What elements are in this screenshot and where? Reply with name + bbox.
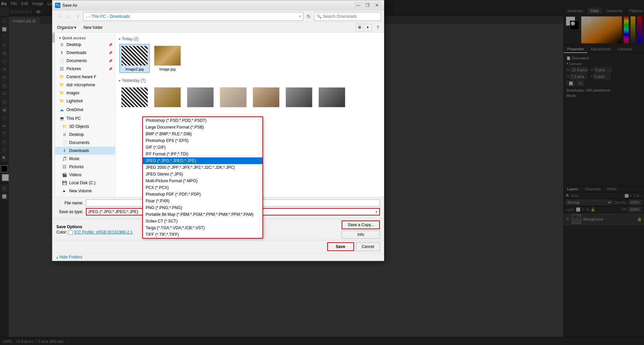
- format-item-tiff[interactable]: TIFF (*.TIF;*.TIFF): [143, 231, 262, 238]
- format-item-tga[interactable]: Targa (*.TGA;*.VDA;*.ICB;*.VST): [143, 225, 262, 231]
- sidebar-music-label: Music: [69, 156, 80, 161]
- nav-back-btn[interactable]: ◁: [55, 12, 63, 20]
- desktop-icon: 🖥: [59, 42, 64, 47]
- sidebar-item-new-volume[interactable]: ▸ New Volume: [55, 187, 115, 195]
- sidebar-item-onedrive[interactable]: ☁ OneDrive: [55, 106, 115, 114]
- breadcrumb-this-pc[interactable]: This PC: [92, 14, 106, 19]
- sidebar-3d-label: 3D Objects: [69, 124, 89, 129]
- sidebar-downloads-qa-label: Downloads: [66, 50, 86, 55]
- sidebar-item-content-aware[interactable]: 📁 Content Aware F: [55, 73, 115, 81]
- filename-label: File name:: [56, 201, 83, 205]
- sidebar-onedrive-label: OneDrive: [66, 107, 84, 112]
- sidebar-item-images[interactable]: 📁 images: [55, 89, 115, 97]
- file-item-y4[interactable]: [218, 86, 248, 110]
- images-folder-icon: 📁: [59, 90, 64, 96]
- dialog-close-btn[interactable]: ✕: [373, 2, 381, 9]
- view-icons-btn[interactable]: ⊞: [355, 24, 363, 31]
- music-icon: 🎵: [62, 156, 67, 161]
- format-item-bmp[interactable]: BMP (*.BMP;*.RLE;*.DIB): [143, 131, 262, 137]
- format-item-jpeg[interactable]: JPEG (*.JPG;*.JPEG;*.JPE): [143, 157, 262, 164]
- refresh-btn[interactable]: ↻: [305, 12, 313, 20]
- format-item-psd[interactable]: Photoshop (*.PSD;*.PDD;*.PSDT): [143, 117, 262, 124]
- sidebar-scrollbar[interactable]: [52, 33, 55, 197]
- view-controls: ⊞ ▾: [355, 24, 372, 31]
- format-item-gif[interactable]: GIF (*.GIF): [143, 144, 262, 151]
- nav-forward-btn[interactable]: ▷: [64, 12, 72, 20]
- file-item-y1[interactable]: [119, 86, 150, 110]
- yesterday-group-header[interactable]: Yesterday (7): [118, 77, 381, 84]
- file-item-y3[interactable]: [185, 86, 215, 110]
- format-item-jpeg2000[interactable]: JPEG 2000 (*.JPF;*.JPX;*.JP2;*.J2C;*.J2K…: [143, 164, 262, 171]
- format-item-iff[interactable]: IFF Format (*.IFF;*.TDI): [143, 151, 262, 157]
- sidebar-local-disk-label: Local Disk (C:): [69, 181, 96, 185]
- sidebar-item-desktop-qa[interactable]: 🖥 Desktop 📌: [55, 41, 115, 49]
- dialog-maximize-btn[interactable]: ❐: [363, 2, 372, 9]
- onedrive-icon: ☁: [59, 107, 64, 112]
- sidebar-item-dslr[interactable]: 📁 dslr microphone: [55, 81, 115, 89]
- format-item-eps[interactable]: Photoshop EPS (*.EPS): [143, 137, 262, 144]
- sidebar-item-lightshot[interactable]: 📁 Lightshot: [55, 97, 115, 105]
- format-item-png[interactable]: PNG (*.PNG;*.PNG): [143, 204, 262, 211]
- info-btn[interactable]: Info: [342, 231, 380, 239]
- format-item-pcx[interactable]: PCX (*.PCX): [143, 184, 262, 191]
- sidebar-item-videos[interactable]: 🎬 Videos: [55, 171, 115, 179]
- format-item-sct[interactable]: Scitex CT (*.SCT): [143, 218, 262, 225]
- today-files: Image2.jpg Image.jpg: [118, 43, 381, 74]
- help-btn[interactable]: ?: [375, 24, 381, 31]
- cancel-btn[interactable]: Cancel: [356, 242, 380, 251]
- file-name-image: Image.jpg: [159, 67, 176, 71]
- search-input[interactable]: [323, 14, 373, 19]
- format-item-pdf[interactable]: Photoshop PDF (*.PDF;*.PDP): [143, 191, 262, 198]
- file-thumb-image: [154, 46, 181, 66]
- icc-checkbox[interactable]: [68, 230, 73, 235]
- search-bar: 🔍: [314, 12, 381, 21]
- scrollbar-thumb: [52, 33, 55, 43]
- icc-link[interactable]: ICC Profile: sRGB IEC61966-2.1: [74, 230, 133, 235]
- color-option: Color: ICC Profile: sRGB IEC61966-2.1: [56, 230, 133, 235]
- save-btn[interactable]: Save: [327, 242, 354, 251]
- sidebar-item-music[interactable]: 🎵 Music: [55, 155, 115, 163]
- format-dropdown-list: Photoshop (*.PSD;*.PDD;*.PSDT) Large Doc…: [142, 116, 263, 239]
- sidebar-item-local-disk[interactable]: 💾 Local Disk (C:): [55, 179, 115, 187]
- dialog-sidebar: Quick access 🖥 Desktop 📌 ⬇ Downloads 📌 📄…: [55, 33, 115, 197]
- sidebar-item-3d-objects[interactable]: 📁 3D Objects: [55, 122, 115, 131]
- file-item-y6[interactable]: [284, 86, 314, 110]
- save-copy-btn[interactable]: Save a Copy...: [342, 220, 380, 229]
- sidebar-item-this-pc[interactable]: 💻 This PC: [55, 114, 115, 122]
- hide-folders-bar[interactable]: Hide Folders: [52, 253, 384, 261]
- sidebar-item-downloads-qa[interactable]: ⬇ Downloads 📌: [55, 49, 115, 57]
- breadcrumb-downloads[interactable]: Downloads: [110, 14, 130, 19]
- view-dropdown-btn[interactable]: ▾: [364, 24, 372, 31]
- sidebar-item-docs-qa[interactable]: 📄 Documents 📌: [55, 57, 115, 65]
- format-item-psb[interactable]: Large Document Format (*.PSB): [143, 124, 262, 131]
- today-group-header[interactable]: Today (2): [118, 35, 381, 43]
- file-item-y2[interactable]: [152, 86, 183, 110]
- file-item-y5[interactable]: [251, 86, 281, 110]
- organize-btn[interactable]: Organize ▾: [55, 24, 78, 31]
- format-item-jpeg-stereo[interactable]: JPEG Stereo (*.JPS): [143, 171, 262, 178]
- dialog-minimize-btn[interactable]: —: [354, 2, 362, 9]
- sidebar-item-pictures-pc[interactable]: 🖼 Pictures: [55, 163, 115, 171]
- sidebar-item-pics-qa[interactable]: 🖼 Pictures 📌: [55, 65, 115, 73]
- new-folder-btn[interactable]: New folder: [81, 24, 105, 31]
- breadcrumb-dropdown-arrow[interactable]: ▾: [299, 14, 301, 18]
- sidebar-item-desktop-pc[interactable]: 🖥 Desktop: [55, 131, 115, 139]
- today-label: Today (2): [122, 37, 139, 41]
- file-item-image[interactable]: Image.jpg: [152, 44, 183, 73]
- pics-pin: 📌: [108, 67, 112, 71]
- quick-access-header[interactable]: Quick access: [55, 34, 115, 41]
- breadcrumb-sep-2: ›: [107, 14, 108, 19]
- footer-buttons: Save Cancel: [52, 240, 384, 253]
- file-item-y7[interactable]: [317, 86, 347, 110]
- sidebar-item-docs-pc[interactable]: 📄 Documents: [55, 139, 115, 147]
- format-item-mpo[interactable]: Multi-Picture Format (*.MPO): [143, 178, 262, 184]
- nav-up-btn[interactable]: ↑: [74, 12, 82, 20]
- file-thumb-y3: [187, 87, 214, 107]
- video-icon: 🎬: [62, 172, 67, 178]
- sidebar-item-downloads-pc[interactable]: ⬇ Downloads: [55, 147, 115, 155]
- format-item-pbm[interactable]: Portable Bit Map (*.PBM;*.PGM;*.PPM;*.PN…: [143, 211, 262, 218]
- file-item-image2[interactable]: Image2.jpg: [119, 44, 150, 73]
- breadcrumb-bar[interactable]: ↓ › This PC › Downloads ▾: [83, 12, 303, 21]
- sidebar-dslr-label: dslr microphone: [66, 83, 95, 87]
- format-item-pixar[interactable]: Pixar (*.PXR): [143, 198, 262, 204]
